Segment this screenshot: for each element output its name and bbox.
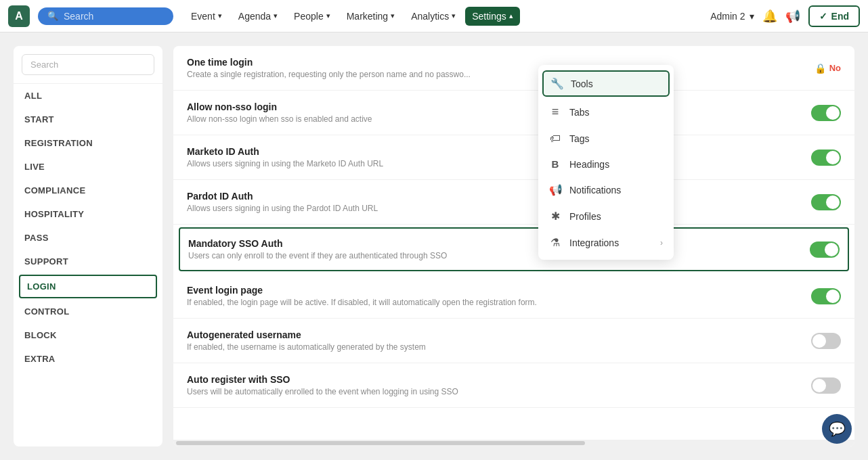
chevron-up-icon: ▴ [509,12,513,20]
dropdown-item-tags[interactable]: 🏷 Tags [538,126,674,152]
dropdown-item-tools[interactable]: 🔧 Tools [542,70,670,97]
setting-title: Mandatory SSO Auth [188,238,810,249]
nav-item-event[interactable]: Event ▾ [184,7,229,26]
chat-bubble-button[interactable]: 💬 [822,414,852,444]
toggle-auto-register-sso[interactable] [811,377,841,394]
profiles-icon: ✱ [549,210,561,223]
toggle-event-login-page[interactable] [811,288,841,304]
nav-item-settings[interactable]: Settings ▴ [465,7,520,26]
end-button[interactable]: ✓ End [808,5,860,27]
sidebar-item-live[interactable]: LIVE [14,155,162,179]
sidebar: ALL START REGISTRATION LIVE COMPLIANCE H… [14,46,162,446]
sidebar-item-hospitality[interactable]: HOSPITALITY [14,202,162,226]
dropdown-item-tabs[interactable]: ≡ Tabs [538,98,674,126]
chevron-down-icon: ▾ [452,12,456,20]
admin-menu-button[interactable]: Admin 2 ▾ [710,11,754,22]
top-navigation: A 🔍 Event ▾ Agenda ▾ People ▾ Marketing … [0,0,868,32]
setting-title: Autogenerated username [187,329,811,340]
toggle-autogenerated-username[interactable] [811,333,841,349]
setting-desc: Users will be automatically enrolled to … [187,387,811,396]
sidebar-item-compliance[interactable]: COMPLIANCE [14,179,162,202]
horizontal-scrollbar[interactable] [173,440,854,446]
chat-icon: 💬 [829,421,846,437]
wrench-icon: 🔧 [550,77,563,90]
chevron-down-icon: ▾ [218,12,222,20]
setting-desc: If enabled, the login page will be activ… [187,298,811,307]
chevron-down-icon: ▾ [391,12,395,20]
chevron-down-icon: ▾ [274,12,278,20]
app-logo: A [8,5,30,27]
sidebar-scroll: ALL START REGISTRATION LIVE COMPLIANCE H… [14,84,162,446]
chevron-down-icon: ▾ [326,12,330,20]
setting-row-marketo: Marketo ID Auth Allows users signing in … [173,135,854,180]
sidebar-item-extra[interactable]: EXTRA [14,347,162,371]
lock-no-badge: 🔒 No [815,63,841,74]
setting-row-mandatory-sso: Mandatory SSO Auth Users can only enroll… [179,227,849,271]
settings-list: One time login Create a single registrat… [173,46,854,446]
settings-dropdown-menu: 🔧 Tools ≡ Tabs 🏷 Tags B Headings 📢 Notif… [538,65,674,260]
sidebar-search-input[interactable] [22,54,154,75]
megaphone-icon[interactable]: 📢 [785,9,800,24]
sidebar-item-pass[interactable]: PASS [14,226,162,250]
setting-title: Event login page [187,285,811,296]
setting-title: Pardot ID Auth [187,191,811,202]
setting-title: Allow non-sso login [187,101,811,112]
toggle-pardot[interactable] [811,194,841,210]
sidebar-item-start[interactable]: START [14,108,162,131]
setting-row-pardot: Pardot ID Auth Allows users signing in u… [173,180,854,225]
sidebar-search-container [14,46,162,84]
setting-row-one-time-login: One time login Create a single registrat… [173,46,854,91]
headings-icon: B [549,158,561,170]
tabs-icon: ≡ [549,105,561,119]
setting-title: Marketo ID Auth [187,146,811,157]
nav-item-agenda[interactable]: Agenda ▾ [232,7,284,26]
scrollbar-thumb[interactable] [176,441,585,445]
nav-item-marketing[interactable]: Marketing ▾ [340,7,402,26]
tag-icon: 🏷 [549,133,561,145]
setting-desc: Create a single registration, requesting… [187,70,815,79]
toggle-mandatory-sso[interactable] [810,242,840,258]
toggle-allow-non-sso[interactable] [811,105,841,121]
chevron-right-icon: › [660,238,663,248]
dropdown-item-headings[interactable]: B Headings [538,152,674,177]
notifications-icon: 📢 [549,183,561,196]
nav-search-bar[interactable]: 🔍 [38,7,173,25]
lock-icon: 🔒 [815,63,826,74]
dropdown-item-profiles[interactable]: ✱ Profiles [538,203,674,229]
setting-desc: Allow non-sso login when sso is enabled … [187,114,811,124]
dropdown-item-integrations[interactable]: ⚗ Integrations › [538,229,674,256]
chevron-down-icon: ▾ [750,11,754,22]
setting-title: Auto register with SSO [187,374,811,385]
sidebar-item-registration[interactable]: REGISTRATION [14,131,162,155]
notification-bell-icon[interactable]: 🔔 [762,9,777,24]
search-icon: 🔍 [47,11,58,21]
integrations-icon: ⚗ [549,236,561,249]
setting-desc: Allows users signing in using the Market… [187,159,811,168]
setting-desc: Users can only enroll to the event if th… [188,251,810,260]
sidebar-item-support[interactable]: SUPPORT [14,250,162,273]
nav-item-analytics[interactable]: Analytics ▾ [404,7,462,26]
setting-title: One time login [187,57,815,68]
toggle-marketo[interactable] [811,150,841,166]
main-content: ALL START REGISTRATION LIVE COMPLIANCE H… [0,32,868,460]
setting-desc: If enabled, the username is automaticall… [187,342,811,352]
nav-item-people[interactable]: People ▾ [287,7,337,26]
nav-right: Admin 2 ▾ 🔔 📢 ✓ End [710,5,860,27]
nav-items: Event ▾ Agenda ▾ People ▾ Marketing ▾ An… [184,7,710,26]
setting-row-allow-non-sso: Allow non-sso login Allow non-sso login … [173,91,854,135]
sidebar-item-login[interactable]: LOGIN [19,275,157,298]
sidebar-item-control[interactable]: CONTROL [14,300,162,323]
sidebar-item-block[interactable]: BLOCK [14,323,162,347]
setting-desc: Allows users signing in using the Pardot… [187,204,811,213]
setting-row-event-login-page: Event login page If enabled, the login p… [173,274,854,319]
content-area: One time login Create a single registrat… [173,46,854,446]
nav-search-input[interactable] [64,11,164,22]
setting-row-auto-register-sso: Auto register with SSO Users will be aut… [173,363,854,408]
sidebar-item-all[interactable]: ALL [14,84,162,108]
dropdown-item-notifications[interactable]: 📢 Notifications [538,177,674,203]
setting-row-autogenerated-username: Autogenerated username If enabled, the u… [173,319,854,363]
